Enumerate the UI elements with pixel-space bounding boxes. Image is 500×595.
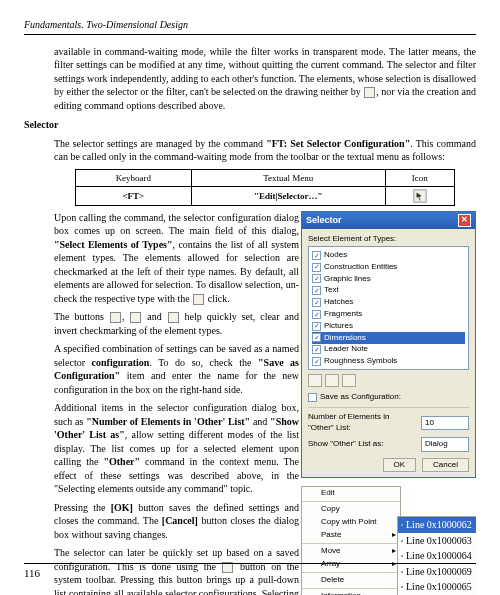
line-icon	[401, 524, 403, 526]
type-label: Roughness Symbols	[324, 356, 397, 367]
cell-icon	[385, 186, 454, 205]
type-label: Graphic lines	[324, 274, 371, 285]
type-row[interactable]: ✓Pictures	[312, 320, 465, 332]
page-number: 116	[24, 567, 40, 579]
type-checkbox[interactable]: ✓	[312, 251, 321, 260]
menu-item-icon	[306, 530, 317, 541]
type-row[interactable]: ✓Text	[312, 285, 465, 297]
type-row[interactable]: ✓Fragments	[312, 308, 465, 320]
type-checkbox[interactable]: ✓	[312, 298, 321, 307]
type-checkbox[interactable]: ✓	[312, 357, 321, 366]
uncheck-all-button[interactable]	[325, 374, 339, 387]
types-list[interactable]: ✓Nodes✓Construction Entities✓Graphic lin…	[308, 246, 469, 370]
type-label: Hatches	[324, 297, 353, 308]
type-row[interactable]: ✓Nodes	[312, 249, 465, 261]
type-row[interactable]: ✓Dimensions	[312, 332, 465, 344]
submenu-arrow-icon: ▸	[392, 530, 396, 541]
menu-item-label: Information…	[321, 591, 369, 595]
other-submenu[interactable]: Line 0x1000062Line 0x1000063Line 0x10000…	[397, 516, 476, 595]
context-menu-item[interactable]: Information…	[302, 588, 400, 595]
menu-item-label: Copy	[321, 504, 340, 515]
t: The buttons	[54, 311, 109, 322]
t: configuration	[92, 357, 150, 368]
context-menu-item[interactable]: Paste▸	[302, 529, 400, 542]
submenu-item[interactable]: Line 0x1000065	[398, 579, 476, 595]
type-checkbox[interactable]: ✓	[312, 345, 321, 354]
cancel-button[interactable]: Cancel	[422, 458, 469, 473]
t: Pressing the	[54, 502, 111, 513]
check-all-button[interactable]	[308, 374, 322, 387]
menu-item-icon	[306, 504, 317, 515]
ok-button[interactable]: OK	[383, 458, 417, 473]
menu-item-icon	[306, 517, 317, 528]
context-menu-item[interactable]: Copy	[302, 501, 400, 516]
menu-item-label: Paste	[321, 530, 341, 541]
intro-paragraph: available in command-waiting mode, while…	[54, 45, 476, 113]
menu-item-label: Move	[321, 546, 341, 557]
p4: A specified combination of settings can …	[54, 342, 299, 396]
type-checkbox[interactable]: ✓	[312, 322, 321, 331]
type-label: Leader Note	[324, 344, 368, 355]
num-elements-field[interactable]: 10	[421, 416, 469, 431]
type-checkbox[interactable]: ✓	[312, 263, 321, 272]
t: "Number of Elements in 'Other' List"	[86, 416, 250, 427]
type-row[interactable]: ✓Hatches	[312, 297, 465, 309]
cell-keyboard: <FT>	[76, 186, 192, 205]
t: . To do so, check the	[149, 357, 258, 368]
save-config-row[interactable]: Save as Configuration:	[308, 391, 469, 403]
selector-intro: The selector settings are managed by the…	[54, 137, 476, 164]
type-checkbox[interactable]: ✓	[312, 274, 321, 283]
page-header: Fundamentals. Two-Dimensional Design	[24, 18, 476, 35]
type-row[interactable]: ✓Leader Note	[312, 344, 465, 356]
menu-item-label: Edit	[321, 488, 335, 499]
group-label: Select Element of Types:	[308, 234, 469, 245]
clear-all-icon	[130, 312, 141, 323]
type-label: Pictures	[324, 321, 353, 332]
submenu-item[interactable]: Line 0x1000063	[398, 533, 476, 549]
type-row[interactable]: ✓Graphic lines	[312, 273, 465, 285]
col-textual-menu: Textual Menu	[191, 169, 385, 186]
t: "Other"	[103, 456, 140, 467]
save-config-checkbox[interactable]	[308, 393, 317, 402]
page-footer: 116	[24, 563, 476, 581]
t: Upon calling the command, the selector c…	[54, 212, 299, 237]
num-elements-label: Number of Elements in "Other" List:	[308, 412, 417, 434]
type-label: Construction Entities	[324, 262, 397, 273]
t: The selector settings are managed by the…	[54, 138, 266, 149]
show-list-label: Show "Other" List as:	[308, 439, 384, 450]
cursor-icon	[364, 87, 375, 98]
t: and	[250, 416, 270, 427]
dialog-title-text: Selector	[306, 214, 342, 226]
type-row[interactable]: ✓Roughness Symbols	[312, 356, 465, 368]
cell-menu: "Edit|Selector…"	[191, 186, 385, 205]
submenu-item-label: Line 0x1000062	[406, 518, 472, 532]
context-menu-item[interactable]: Edit	[302, 487, 400, 500]
selector-toolbar-icon	[413, 189, 427, 203]
context-menu-item[interactable]: Copy with Point	[302, 516, 400, 529]
type-label: Text	[324, 285, 339, 296]
line-icon	[401, 555, 403, 557]
invert-checks-button[interactable]	[342, 374, 356, 387]
type-label: Dimensions	[324, 333, 366, 344]
t: and	[142, 311, 166, 322]
context-menu-item[interactable]: Move▸	[302, 543, 400, 558]
checkmark-buttons	[308, 374, 469, 387]
show-list-field[interactable]: Dialog	[421, 437, 469, 452]
section-heading: Selector	[24, 118, 476, 132]
t: click.	[205, 293, 229, 304]
p6: Pressing the [OK] button saves the defin…	[54, 501, 299, 542]
type-label: Fragments	[324, 309, 362, 320]
save-config-label: Save as Configuration:	[320, 392, 401, 403]
menu-item-label: Copy with Point	[321, 517, 377, 528]
submenu-item[interactable]: Line 0x1000062	[398, 517, 476, 533]
type-label: Nodes	[324, 250, 347, 261]
type-checkbox[interactable]: ✓	[312, 310, 321, 319]
line-icon	[401, 540, 403, 542]
type-checkbox[interactable]: ✓	[312, 286, 321, 295]
close-icon[interactable]: ✕	[458, 214, 471, 227]
type-row[interactable]: ✓Construction Entities	[312, 261, 465, 273]
num-elements-row: Number of Elements in "Other" List: 10	[308, 412, 469, 434]
type-checkbox[interactable]: ✓	[312, 333, 321, 342]
dialog-titlebar[interactable]: Selector ✕	[302, 212, 475, 229]
submenu-item[interactable]: Line 0x1000064	[398, 548, 476, 564]
